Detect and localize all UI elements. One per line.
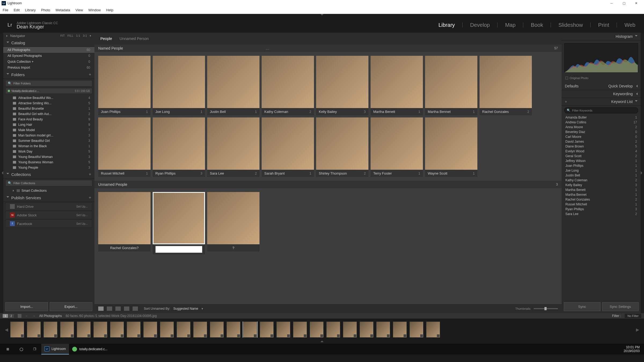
histogram-header[interactable]: Histogram (562, 33, 641, 40)
filmstrip-thumb[interactable] (326, 322, 340, 338)
keyword-item[interactable]: Evelyn Wood4 (562, 149, 641, 154)
module-print[interactable]: Print (597, 22, 610, 28)
person-tile[interactable]: Kathy Coleman2 (262, 56, 314, 115)
keyword-item[interactable]: Diane Brown5 (562, 144, 641, 149)
zoom-fit[interactable]: FIT (60, 34, 65, 38)
page-button[interactable]: 1 (3, 314, 8, 318)
folder-item[interactable]: Young People3 (3, 165, 94, 170)
filmstrip-thumb[interactable] (93, 322, 107, 338)
minimize-button[interactable]: ─ (605, 0, 618, 6)
person-tile[interactable]: Ryan Phillips3 (153, 117, 205, 177)
person-tile[interactable]: Justin Bell1 (207, 56, 259, 115)
person-tile-selected[interactable] (153, 192, 205, 254)
publish-item[interactable]: fFacebookSet Up... (5, 220, 92, 228)
keyword-item[interactable]: Joe Long1 (562, 168, 641, 173)
menu-library[interactable]: Library (25, 8, 36, 12)
filmstrip-thumb[interactable] (393, 322, 407, 338)
face-thumbnail[interactable] (262, 117, 314, 170)
left-panel-collapse[interactable] (0, 33, 3, 313)
keyword-item[interactable]: Amanda Butler1 (562, 115, 641, 120)
keyword-item[interactable]: Jeffrey Wilson1 (562, 158, 641, 163)
module-book[interactable]: Book (530, 22, 544, 28)
export-button[interactable]: Export... (50, 302, 92, 311)
face-thumbnail[interactable] (98, 56, 151, 108)
filmstrip-thumb[interactable] (110, 322, 124, 338)
survey-view-icon[interactable] (124, 306, 129, 311)
folder-item[interactable]: Work Day5 (3, 149, 94, 154)
face-thumbnail[interactable] (207, 56, 259, 108)
sync-settings-button[interactable]: Sync Settings (602, 302, 639, 311)
folder-filter-input[interactable]: 🔍 Filter Folders (5, 80, 92, 87)
original-photo-toggle[interactable]: Original Photo (562, 75, 641, 82)
face-thumbnail[interactable] (153, 192, 205, 244)
person-tile[interactable]: Sara Lee2 (207, 117, 259, 177)
module-library[interactable]: Library (437, 22, 456, 28)
face-thumbnail[interactable] (262, 56, 314, 108)
filmstrip-thumb[interactable] (10, 322, 24, 338)
filmstrip-thumb[interactable] (376, 322, 390, 338)
grid-icon[interactable] (18, 314, 21, 318)
filmstrip-thumb[interactable] (60, 322, 74, 338)
folder-item[interactable]: Summer Beautiful Girl3 (3, 138, 94, 143)
checkbox-icon[interactable] (565, 77, 568, 79)
keyword-item[interactable]: David James2 (562, 139, 641, 144)
quick-develop-header[interactable]: Defaults Quick Develop (562, 82, 641, 90)
keyword-item[interactable]: Andrea Collins17 (562, 120, 641, 125)
collection-filter-input[interactable]: 🔍 Filter Collections (5, 180, 92, 186)
menu-edit[interactable]: Edit (14, 8, 20, 12)
filmstrip-right-icon[interactable]: ▶ (636, 327, 639, 332)
import-button[interactable]: Import... (5, 302, 48, 311)
keyword-item[interactable]: Beverley Diaz0 (562, 130, 641, 134)
folder-item[interactable]: Attractive Beautiful Wo...4 (3, 95, 94, 101)
face-thumbnail[interactable] (98, 117, 151, 170)
person-tile[interactable]: Rachel Gonzales? (98, 192, 151, 254)
keyword-item[interactable]: Kathy Coleman2 (562, 178, 641, 183)
keyword-item[interactable]: Sara Lee2 (562, 212, 641, 216)
navigator-header[interactable]: Navigator FITFILL1:13:1▾ (3, 33, 94, 39)
keyword-item[interactable]: Martha Benett1 (562, 187, 641, 192)
catalog-header[interactable]: Catalog (3, 39, 94, 47)
face-thumbnail[interactable] (153, 56, 205, 108)
filmstrip-thumb[interactable] (27, 322, 41, 338)
filmstrip-thumb[interactable] (160, 322, 174, 338)
person-tile[interactable]: Joan Phillips1 (98, 56, 151, 115)
face-thumbnail[interactable] (98, 192, 151, 244)
module-develop[interactable]: Develop (469, 22, 491, 28)
catalog-item[interactable]: Quick Collection +0 (3, 59, 94, 65)
publish-item[interactable]: StAdobe StockSet Up... (5, 211, 92, 219)
menu-file[interactable]: File (3, 8, 8, 12)
top-panel-collapse[interactable] (0, 14, 644, 17)
folder-item[interactable]: Man fashion model girl...3 (3, 133, 94, 138)
filmstrip-thumb[interactable] (360, 322, 374, 338)
add-collection-icon[interactable]: + (89, 172, 91, 177)
start-button[interactable]: ⊞ (1, 344, 14, 354)
face-thumbnail[interactable] (480, 56, 532, 108)
person-tile[interactable]: Wayne Scott1 (425, 117, 477, 177)
right-panel-collapse[interactable] (641, 33, 644, 313)
smart-collections-row[interactable]: Smart Collections (3, 188, 94, 194)
collections-header[interactable]: Collections+ (3, 170, 94, 179)
filmstrip-thumb[interactable] (243, 322, 257, 338)
module-web[interactable]: Web (623, 22, 636, 28)
person-tile[interactable]: Kelly Bailey3 (316, 56, 368, 115)
folder-item[interactable]: Young Beautiful Woman3 (3, 154, 94, 160)
face-thumbnail[interactable] (153, 117, 205, 170)
person-tile[interactable]: ? (207, 192, 259, 254)
people-view-icon[interactable] (133, 306, 138, 311)
filmstrip-thumb[interactable] (343, 322, 357, 338)
person-tile[interactable]: Shirley Thompson2 (316, 117, 368, 177)
cortana-button[interactable]: ◯ (14, 344, 28, 354)
volume-row[interactable]: \\totally.dedicated.c... 9.8 / 200 GB (5, 88, 92, 94)
filmstrip-thumb[interactable] (193, 322, 207, 338)
system-clock[interactable]: 10:01 PM 2019/02/03 (620, 345, 643, 353)
menu-help[interactable]: Help (106, 8, 114, 12)
menu-window[interactable]: Window (88, 8, 101, 12)
add-keyword-icon[interactable]: + (565, 99, 567, 104)
filmstrip-thumb[interactable] (77, 322, 91, 338)
add-publish-icon[interactable]: + (89, 195, 91, 200)
keyword-item[interactable]: Russel Mitchell1 (562, 202, 641, 207)
person-tile[interactable]: Terry Foster1 (371, 117, 423, 177)
bottom-panel-collapse[interactable] (0, 341, 644, 344)
filmstrip-thumb[interactable] (210, 322, 224, 338)
module-slideshow[interactable]: Slideshow (557, 22, 584, 28)
